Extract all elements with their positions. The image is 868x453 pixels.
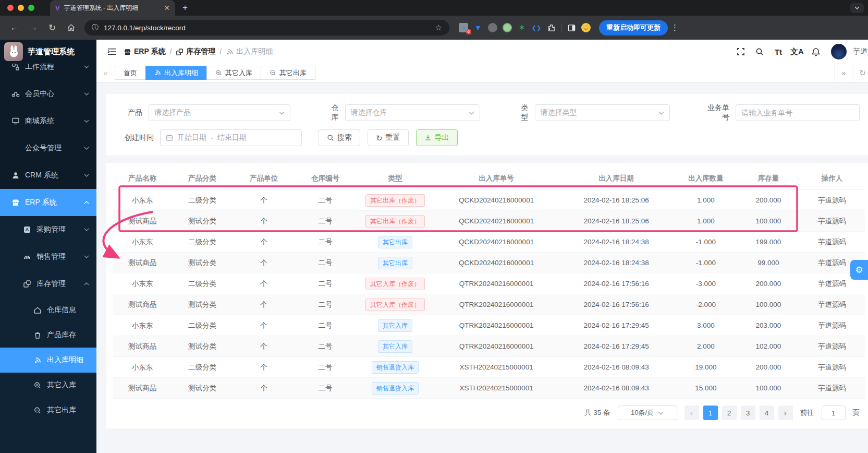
extensions-puzzle-icon[interactable] (546, 23, 556, 32)
cell-stock: 99.000 (738, 259, 799, 267)
fullscreen-icon[interactable] (734, 45, 748, 58)
extension-vue-devtools-icon[interactable]: ❮❯ (532, 23, 541, 32)
browser-menu-icon[interactable]: ⋮ (671, 23, 679, 32)
sidebar-item-product-stock[interactable]: 产品库存 (0, 323, 96, 348)
tab-other-stock-in[interactable]: 其它入库 (206, 66, 261, 80)
type-select[interactable]: 请选择类型 (535, 104, 670, 121)
translate-icon[interactable]: 文A (790, 45, 804, 58)
tab-close-icon[interactable]: ✕ (164, 4, 170, 12)
tabs-scroll-right-icon[interactable]: » (834, 64, 853, 82)
address-bar[interactable]: ⓘ 127.0.0.1/erp/stock/record ☆ (84, 20, 449, 35)
forward-button[interactable]: → (25, 19, 42, 36)
username[interactable]: 芋道源码 (853, 47, 868, 56)
cell-type: 其它入库（作废） (356, 278, 434, 290)
cell-type: 其它出库（作废） (356, 215, 434, 228)
cell-order-no: QCKD20240216000001 (434, 217, 558, 225)
page-button-2[interactable]: 2 (722, 406, 737, 420)
breadcrumb: ERP 系统 / 库存管理 / 出入库明细 (124, 47, 273, 56)
main-area: ERP 系统 / 库存管理 / 出入库明细 Tt (96, 40, 868, 453)
table-body: 小东东 二级分类 个 二号 其它出库（作废） QCKD2024021600000… (113, 190, 865, 399)
export-button[interactable]: 导出 (416, 129, 458, 146)
notification-bell-icon[interactable] (809, 45, 823, 58)
tab-home[interactable]: 首页 (115, 66, 146, 80)
app-logo-row[interactable]: 芋道管理系统 (0, 40, 96, 64)
new-tab-button[interactable]: + (182, 3, 188, 13)
extension-green-icon[interactable] (503, 23, 512, 32)
minimize-window-button[interactable] (18, 5, 24, 11)
sidebar-item-member-center[interactable]: 会员中心 (0, 80, 96, 108)
browser-update-button[interactable]: 重新启动即可更新 (599, 20, 668, 35)
prev-page-icon[interactable]: ‹ (684, 406, 699, 420)
pager: ‹ 1 2 3 4 › (684, 406, 793, 420)
chevron-down-icon (84, 147, 89, 150)
collapse-sidebar-icon[interactable] (105, 45, 118, 58)
maximize-window-button[interactable] (28, 5, 34, 11)
product-select[interactable]: 请选择产品 (149, 104, 290, 121)
sidebar-item-sales[interactable]: 销售管理 (0, 243, 96, 270)
sidebar-item-warehouse-info[interactable]: 仓库信息 (0, 297, 96, 323)
cell-product-name: 小东东 (113, 196, 172, 205)
close-window-button[interactable] (7, 5, 14, 11)
extension-gem-icon[interactable]: ▼ (473, 23, 483, 32)
tab-search-button[interactable] (850, 3, 864, 13)
page-button-4[interactable]: 4 (760, 406, 774, 420)
extension-colorpicker-icon[interactable]: ● 6 (459, 23, 468, 32)
page-button-1[interactable]: 1 (703, 406, 718, 420)
tabs-scroll-left-icon[interactable]: « (96, 64, 115, 82)
breadcrumb-erp[interactable]: ERP 系统 (124, 47, 165, 56)
tab-stock-record[interactable]: 出入库明细 (145, 66, 207, 80)
sidebar-item-other-stock-out[interactable]: 其它出库 (0, 398, 96, 423)
home-button[interactable] (63, 19, 79, 36)
breadcrumb-inventory[interactable]: 库存管理 (176, 47, 215, 56)
sidebar-item-other-stock-in[interactable]: 其它入库 (0, 373, 96, 398)
split-view-icon[interactable] (567, 23, 576, 32)
table-row: 测试商品 测试分类 个 二号 销售退货入库 XSTH20240215000001… (113, 378, 865, 399)
sidebar-item-purchase[interactable]: A 采购管理 (0, 216, 96, 243)
search-button[interactable]: 搜索 (319, 129, 360, 146)
font-size-icon[interactable]: Tt (772, 45, 785, 58)
back-button[interactable]: ← (6, 19, 23, 36)
page-button-3[interactable]: 3 (741, 406, 755, 420)
cell-type: 其它出库 (356, 236, 434, 248)
date-range-picker[interactable]: 开始日期 - 结束日期 (160, 129, 302, 146)
cell-product-name: 测试商品 (113, 342, 172, 351)
sidebar-item-erp[interactable]: ERP 系统 (0, 189, 96, 216)
next-page-icon[interactable]: › (778, 406, 793, 420)
bookmark-star-icon[interactable]: ☆ (435, 23, 442, 32)
extension-knot-icon[interactable] (488, 23, 497, 32)
goto-page-input[interactable] (822, 406, 846, 420)
filter-created-time: 创建时间 开始日期 - 结束日期 (118, 129, 302, 146)
sidebar-item-mall-system[interactable]: 商城系统 (0, 108, 96, 135)
site-info-icon[interactable]: ⓘ (92, 23, 99, 32)
browser-tab-title: 芋道管理系统 - 出入库明细 (64, 4, 160, 13)
profile-emoji-icon[interactable]: ◡̈ (581, 23, 591, 32)
sidebar-item-stock-record[interactable]: 出入库明细 (0, 348, 96, 373)
extension-star-icon[interactable]: ✶ (517, 23, 527, 32)
cell-product-category: 二级分类 (172, 279, 233, 289)
page-size-select[interactable]: 10条/页 (618, 406, 677, 420)
sidebar-item-inventory[interactable]: 库存管理 (0, 270, 96, 297)
theme-settings-button[interactable]: ⚙ (850, 260, 868, 280)
sidebar-item-crm[interactable]: CRM 系统 (0, 162, 96, 189)
tabs-refresh-icon[interactable]: ↻ (853, 64, 868, 82)
cell-product-name: 小东东 (113, 363, 172, 372)
cell-order-no: QTRK20240216000001 (434, 321, 558, 329)
col-operator: 操作人 (799, 174, 865, 183)
warehouse-select[interactable]: 请选择仓库 (345, 104, 480, 121)
cell-date: 2024-02-16 18:25:06 (558, 196, 674, 204)
type-badge: 其它入库（作废） (365, 299, 425, 311)
cell-product-unit: 个 (233, 321, 295, 330)
reset-button[interactable]: ↻ 重置 (368, 129, 409, 146)
cell-qty: 1.000 (674, 196, 738, 204)
tab-other-stock-out[interactable]: 其它出库 (261, 66, 315, 80)
user-avatar[interactable] (831, 44, 847, 59)
browser-tab[interactable]: V 芋道管理系统 - 出入库明细 ✕ (50, 0, 175, 16)
sidebar-item-official-account[interactable]: 公众号管理 (0, 135, 96, 162)
col-type: 类型 (356, 174, 434, 183)
cell-warehouse: 二号 (295, 363, 356, 372)
page-content: 产品 请选择产品 仓库 请选择仓库 类型 (96, 82, 868, 453)
reload-button[interactable]: ↻ (44, 19, 60, 36)
search-icon[interactable] (753, 45, 766, 58)
cell-order-no: XSTH20240215000001 (434, 384, 558, 392)
biz-no-input[interactable] (736, 104, 860, 121)
